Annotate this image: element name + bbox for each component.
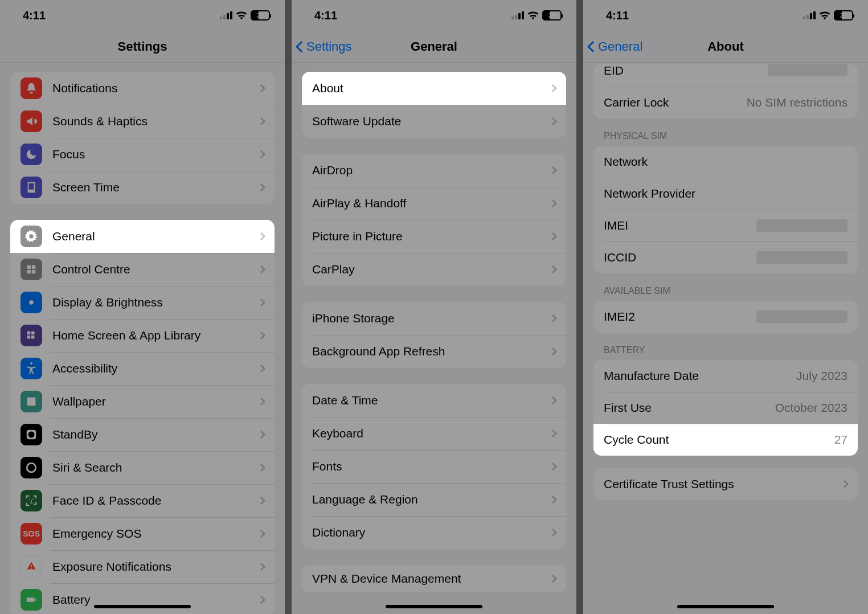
chevron-right-icon xyxy=(257,596,265,604)
settings-row-wallpaper[interactable]: Wallpaper xyxy=(10,385,275,418)
status-time: 4:11 xyxy=(606,9,629,22)
row-label: IMEI2 xyxy=(604,310,756,324)
about-screen: 4:11 39 General About EIDCarrier LockNo … xyxy=(583,0,868,614)
row-label: VPN & Device Management xyxy=(312,572,544,586)
row-label: Language & Region xyxy=(312,493,544,506)
row-label: Carrier Lock xyxy=(604,96,747,109)
general-row-about[interactable]: About xyxy=(302,72,566,105)
row-label: Certificate Trust Settings xyxy=(604,477,836,491)
general-row-iphone-storage[interactable]: iPhone Storage xyxy=(302,302,566,335)
general-row-date-time[interactable]: Date & Time xyxy=(302,384,566,417)
about-row-imei2: IMEI2 xyxy=(593,301,858,333)
settings-row-screen-time[interactable]: Screen Time xyxy=(10,171,275,204)
chevron-right-icon xyxy=(549,347,557,355)
general-group: Date & TimeKeyboardFontsLanguage & Regio… xyxy=(302,384,566,549)
general-row-software-update[interactable]: Software Update xyxy=(302,105,566,138)
row-value: October 2023 xyxy=(775,401,847,415)
settings-list[interactable]: NotificationsSounds & HapticsFocusScreen… xyxy=(0,63,285,614)
settings-row-battery[interactable]: Battery xyxy=(10,583,275,614)
settings-row-siri-search[interactable]: Siri & Search xyxy=(10,451,275,484)
general-row-keyboard[interactable]: Keyboard xyxy=(302,417,566,450)
row-label: Home Screen & App Library xyxy=(52,329,253,342)
control-centre-icon xyxy=(21,259,42,280)
about-row-iccid: ICCID xyxy=(593,241,858,273)
general-row-dictionary[interactable]: Dictionary xyxy=(302,516,566,549)
settings-row-face-id-passcode[interactable]: Face ID & Passcode xyxy=(10,484,275,517)
battery-icon: 39 xyxy=(542,10,562,21)
home-indicator[interactable] xyxy=(677,605,774,608)
general-list[interactable]: AboutSoftware UpdateAirDropAirPlay & Han… xyxy=(292,63,576,608)
back-button[interactable]: General xyxy=(583,39,642,54)
about-row-network: Network xyxy=(593,146,858,178)
row-label: CarPlay xyxy=(312,263,544,276)
about-list[interactable]: EIDCarrier LockNo SIM restrictionsPHYSIC… xyxy=(583,63,868,513)
row-label: Siri & Search xyxy=(52,461,253,474)
back-label: General xyxy=(598,39,642,54)
redacted-value xyxy=(768,64,847,76)
row-label: Emergency SOS xyxy=(52,527,253,541)
chevron-right-icon xyxy=(549,314,557,322)
settings-row-home-screen-app-library[interactable]: Home Screen & App Library xyxy=(10,319,275,352)
about-row-manufacture-date: Manufacture DateJuly 2023 xyxy=(593,360,858,392)
settings-row-emergency-sos[interactable]: SOSEmergency SOS xyxy=(10,517,275,550)
settings-row-sounds-haptics[interactable]: Sounds & Haptics xyxy=(10,105,275,138)
row-label: Notifications xyxy=(52,81,253,95)
settings-row-display-brightness[interactable]: Display & Brightness xyxy=(10,286,275,319)
row-value: No SIM restrictions xyxy=(747,96,847,109)
chevron-right-icon xyxy=(549,396,557,404)
general-row-airdrop[interactable]: AirDrop xyxy=(302,154,566,187)
chevron-right-icon xyxy=(257,464,265,472)
about-row-eid: EID xyxy=(593,64,858,87)
chevron-right-icon xyxy=(257,563,265,571)
redacted-value xyxy=(756,251,847,264)
settings-row-standby[interactable]: StandBy xyxy=(10,418,275,451)
row-label: Fonts xyxy=(312,460,544,473)
chevron-right-icon xyxy=(257,530,265,538)
chevron-right-icon xyxy=(257,150,265,158)
general-row-picture-in-picture[interactable]: Picture in Picture xyxy=(302,220,566,253)
home-indicator[interactable] xyxy=(94,605,191,608)
row-label: Network Provider xyxy=(604,187,847,200)
home-screen-icon xyxy=(21,325,42,346)
row-label: Exposure Notifications xyxy=(52,560,253,574)
chevron-right-icon xyxy=(549,166,557,174)
row-label: Manufacture Date xyxy=(604,369,796,383)
about-row-certificate-trust-settings[interactable]: Certificate Trust Settings xyxy=(593,468,858,500)
settings-row-focus[interactable]: Focus xyxy=(10,138,275,171)
status-time: 4:11 xyxy=(314,9,337,22)
siri-icon xyxy=(21,457,42,478)
row-label: Cycle Count xyxy=(604,433,834,447)
redacted-value xyxy=(756,219,847,232)
general-row-carplay[interactable]: CarPlay xyxy=(302,253,566,286)
about-row-carrier-lock: Carrier LockNo SIM restrictions xyxy=(593,87,858,118)
settings-row-notifications[interactable]: Notifications xyxy=(10,72,275,105)
back-button[interactable]: Settings xyxy=(292,39,352,54)
settings-row-exposure-notifications[interactable]: Exposure Notifications xyxy=(10,550,275,583)
settings-row-accessibility[interactable]: Accessibility xyxy=(10,352,275,385)
chevron-right-icon xyxy=(257,398,265,406)
settings-row-control-centre[interactable]: Control Centre xyxy=(10,253,275,286)
standby-icon xyxy=(21,424,42,445)
row-label: AirPlay & Handoff xyxy=(312,197,544,210)
notifications-icon xyxy=(21,77,42,99)
row-label: Picture in Picture xyxy=(312,230,544,243)
general-row-background-app-refresh[interactable]: Background App Refresh xyxy=(302,335,566,368)
wifi-icon xyxy=(819,11,830,20)
wifi-icon xyxy=(236,11,247,20)
row-value: July 2023 xyxy=(796,369,847,383)
cellular-icon xyxy=(511,11,524,19)
row-label: Control Centre xyxy=(52,263,253,276)
general-row-airplay-handoff[interactable]: AirPlay & Handoff xyxy=(302,187,566,220)
home-indicator[interactable] xyxy=(386,605,482,608)
section-header-available-sim: AVAILABLE SIM xyxy=(593,286,858,301)
status-bar: 4:11 39 xyxy=(292,0,576,31)
row-label: Network xyxy=(604,155,847,169)
chevron-right-icon xyxy=(549,199,557,207)
general-row-fonts[interactable]: Fonts xyxy=(302,450,566,483)
battery-icon: 39 xyxy=(834,10,853,21)
settings-row-general[interactable]: General xyxy=(10,220,275,253)
general-group: AirDropAirPlay & HandoffPicture in Pictu… xyxy=(302,154,566,286)
general-row-vpn-device-management[interactable]: VPN & Device Management xyxy=(302,565,566,592)
row-label: iPhone Storage xyxy=(312,312,544,325)
general-row-language-region[interactable]: Language & Region xyxy=(302,483,566,516)
